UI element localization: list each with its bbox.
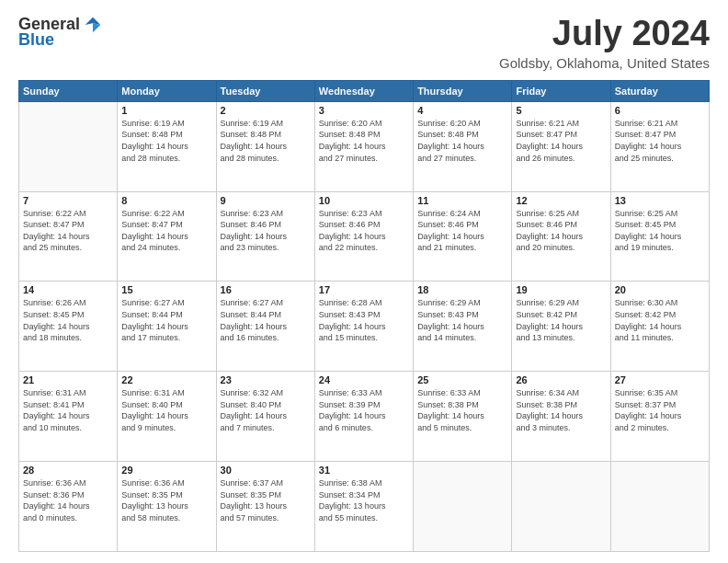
- day-number: 11: [417, 195, 507, 206]
- calendar-cell: 18Sunrise: 6:29 AM Sunset: 8:43 PM Dayli…: [414, 282, 512, 372]
- day-number: 20: [615, 284, 705, 295]
- calendar-cell: 28Sunrise: 6:36 AM Sunset: 8:36 PM Dayli…: [19, 462, 118, 552]
- calendar-cell: 4Sunrise: 6:20 AM Sunset: 8:48 PM Daylig…: [414, 101, 512, 191]
- month-title: July 2024: [499, 15, 710, 53]
- day-number: 12: [516, 195, 606, 206]
- day-number: 23: [221, 374, 311, 385]
- calendar-cell: 10Sunrise: 6:23 AM Sunset: 8:46 PM Dayli…: [314, 191, 413, 282]
- day-info: Sunrise: 6:33 AM Sunset: 8:38 PM Dayligh…: [417, 387, 507, 433]
- calendar-cell: 22Sunrise: 6:31 AM Sunset: 8:40 PM Dayli…: [118, 372, 216, 462]
- day-number: 30: [221, 465, 311, 476]
- day-info: Sunrise: 6:33 AM Sunset: 8:39 PM Dayligh…: [319, 387, 409, 433]
- calendar-cell: 27Sunrise: 6:35 AM Sunset: 8:37 PM Dayli…: [610, 372, 709, 462]
- day-info: Sunrise: 6:24 AM Sunset: 8:46 PM Dayligh…: [417, 208, 507, 254]
- calendar-cell: 2Sunrise: 6:19 AM Sunset: 8:48 PM Daylig…: [216, 101, 314, 191]
- day-number: 17: [319, 284, 409, 295]
- calendar-header-wednesday: Wednesday: [314, 80, 413, 101]
- day-number: 31: [319, 465, 409, 476]
- day-number: 7: [23, 195, 113, 206]
- calendar-cell: 30Sunrise: 6:37 AM Sunset: 8:35 PM Dayli…: [216, 462, 314, 552]
- day-info: Sunrise: 6:22 AM Sunset: 8:47 PM Dayligh…: [121, 208, 211, 254]
- day-info: Sunrise: 6:36 AM Sunset: 8:35 PM Dayligh…: [121, 477, 211, 523]
- day-info: Sunrise: 6:25 AM Sunset: 8:46 PM Dayligh…: [516, 208, 606, 254]
- calendar-cell: 14Sunrise: 6:26 AM Sunset: 8:45 PM Dayli…: [19, 282, 118, 372]
- calendar-cell: 25Sunrise: 6:33 AM Sunset: 8:38 PM Dayli…: [414, 372, 512, 462]
- day-number: 1: [121, 105, 211, 116]
- day-number: 22: [121, 374, 211, 385]
- calendar-cell: 21Sunrise: 6:31 AM Sunset: 8:41 PM Dayli…: [19, 372, 118, 462]
- calendar-cell: 3Sunrise: 6:20 AM Sunset: 8:48 PM Daylig…: [314, 101, 413, 191]
- calendar-cell: 16Sunrise: 6:27 AM Sunset: 8:44 PM Dayli…: [216, 282, 314, 372]
- day-number: 3: [319, 105, 409, 116]
- day-info: Sunrise: 6:27 AM Sunset: 8:44 PM Dayligh…: [121, 297, 211, 343]
- day-info: Sunrise: 6:20 AM Sunset: 8:48 PM Dayligh…: [319, 118, 409, 164]
- day-number: 14: [23, 284, 113, 295]
- day-number: 29: [121, 465, 211, 476]
- calendar-cell: [610, 462, 709, 552]
- logo-icon: [84, 16, 102, 34]
- day-number: 19: [516, 284, 606, 295]
- calendar-cell: [19, 101, 118, 191]
- day-info: Sunrise: 6:34 AM Sunset: 8:38 PM Dayligh…: [516, 387, 606, 433]
- calendar-header-thursday: Thursday: [414, 80, 512, 101]
- day-number: 6: [615, 105, 705, 116]
- calendar-cell: 23Sunrise: 6:32 AM Sunset: 8:40 PM Dayli…: [216, 372, 314, 462]
- day-info: Sunrise: 6:26 AM Sunset: 8:45 PM Dayligh…: [23, 297, 113, 343]
- day-number: 10: [319, 195, 409, 206]
- location: Goldsby, Oklahoma, United States: [499, 55, 710, 71]
- day-info: Sunrise: 6:30 AM Sunset: 8:42 PM Dayligh…: [615, 297, 705, 343]
- day-number: 13: [615, 195, 705, 206]
- day-info: Sunrise: 6:23 AM Sunset: 8:46 PM Dayligh…: [221, 208, 311, 254]
- calendar-cell: [512, 462, 610, 552]
- day-info: Sunrise: 6:35 AM Sunset: 8:37 PM Dayligh…: [615, 387, 705, 433]
- calendar-cell: 17Sunrise: 6:28 AM Sunset: 8:43 PM Dayli…: [314, 282, 413, 372]
- day-number: 18: [417, 284, 507, 295]
- logo-blue-text: Blue: [18, 30, 54, 50]
- day-info: Sunrise: 6:21 AM Sunset: 8:47 PM Dayligh…: [516, 118, 606, 164]
- day-number: 26: [516, 374, 606, 385]
- day-info: Sunrise: 6:21 AM Sunset: 8:47 PM Dayligh…: [615, 118, 705, 164]
- calendar-week-row: 14Sunrise: 6:26 AM Sunset: 8:45 PM Dayli…: [19, 282, 710, 372]
- calendar-header-row: SundayMondayTuesdayWednesdayThursdayFrid…: [19, 80, 710, 101]
- day-info: Sunrise: 6:20 AM Sunset: 8:48 PM Dayligh…: [417, 118, 507, 164]
- svg-marker-1: [93, 23, 100, 32]
- calendar-cell: 13Sunrise: 6:25 AM Sunset: 8:45 PM Dayli…: [610, 191, 709, 282]
- page: General Blue July 2024 Goldsby, Oklahoma…: [0, 0, 728, 563]
- day-number: 9: [221, 195, 311, 206]
- calendar-week-row: 28Sunrise: 6:36 AM Sunset: 8:36 PM Dayli…: [19, 462, 710, 552]
- calendar-cell: 24Sunrise: 6:33 AM Sunset: 8:39 PM Dayli…: [314, 372, 413, 462]
- calendar-cell: 31Sunrise: 6:38 AM Sunset: 8:34 PM Dayli…: [314, 462, 413, 552]
- day-info: Sunrise: 6:19 AM Sunset: 8:48 PM Dayligh…: [121, 118, 211, 164]
- day-info: Sunrise: 6:22 AM Sunset: 8:47 PM Dayligh…: [23, 208, 113, 254]
- day-number: 24: [319, 374, 409, 385]
- calendar-cell: 29Sunrise: 6:36 AM Sunset: 8:35 PM Dayli…: [118, 462, 216, 552]
- calendar-header-friday: Friday: [512, 80, 610, 101]
- calendar-cell: 11Sunrise: 6:24 AM Sunset: 8:46 PM Dayli…: [414, 191, 512, 282]
- day-number: 27: [615, 374, 705, 385]
- day-number: 15: [121, 284, 211, 295]
- day-number: 21: [23, 374, 113, 385]
- calendar-cell: 12Sunrise: 6:25 AM Sunset: 8:46 PM Dayli…: [512, 191, 610, 282]
- calendar-week-row: 1Sunrise: 6:19 AM Sunset: 8:48 PM Daylig…: [19, 101, 710, 191]
- calendar-cell: 26Sunrise: 6:34 AM Sunset: 8:38 PM Dayli…: [512, 372, 610, 462]
- day-info: Sunrise: 6:23 AM Sunset: 8:46 PM Dayligh…: [319, 208, 409, 254]
- calendar-cell: 15Sunrise: 6:27 AM Sunset: 8:44 PM Dayli…: [118, 282, 216, 372]
- calendar-cell: 7Sunrise: 6:22 AM Sunset: 8:47 PM Daylig…: [19, 191, 118, 282]
- logo: General Blue: [18, 15, 102, 50]
- day-info: Sunrise: 6:29 AM Sunset: 8:42 PM Dayligh…: [516, 297, 606, 343]
- day-number: 4: [417, 105, 507, 116]
- calendar-cell: 19Sunrise: 6:29 AM Sunset: 8:42 PM Dayli…: [512, 282, 610, 372]
- calendar: SundayMondayTuesdayWednesdayThursdayFrid…: [18, 80, 710, 552]
- day-info: Sunrise: 6:36 AM Sunset: 8:36 PM Dayligh…: [23, 477, 113, 523]
- day-info: Sunrise: 6:27 AM Sunset: 8:44 PM Dayligh…: [221, 297, 311, 343]
- day-info: Sunrise: 6:29 AM Sunset: 8:43 PM Dayligh…: [417, 297, 507, 343]
- calendar-cell: 5Sunrise: 6:21 AM Sunset: 8:47 PM Daylig…: [512, 101, 610, 191]
- day-info: Sunrise: 6:25 AM Sunset: 8:45 PM Dayligh…: [615, 208, 705, 254]
- day-info: Sunrise: 6:28 AM Sunset: 8:43 PM Dayligh…: [319, 297, 409, 343]
- header: General Blue July 2024 Goldsby, Oklahoma…: [18, 15, 710, 71]
- day-number: 25: [417, 374, 507, 385]
- day-info: Sunrise: 6:19 AM Sunset: 8:48 PM Dayligh…: [221, 118, 311, 164]
- calendar-header-monday: Monday: [118, 80, 216, 101]
- calendar-cell: 8Sunrise: 6:22 AM Sunset: 8:47 PM Daylig…: [118, 191, 216, 282]
- day-number: 28: [23, 465, 113, 476]
